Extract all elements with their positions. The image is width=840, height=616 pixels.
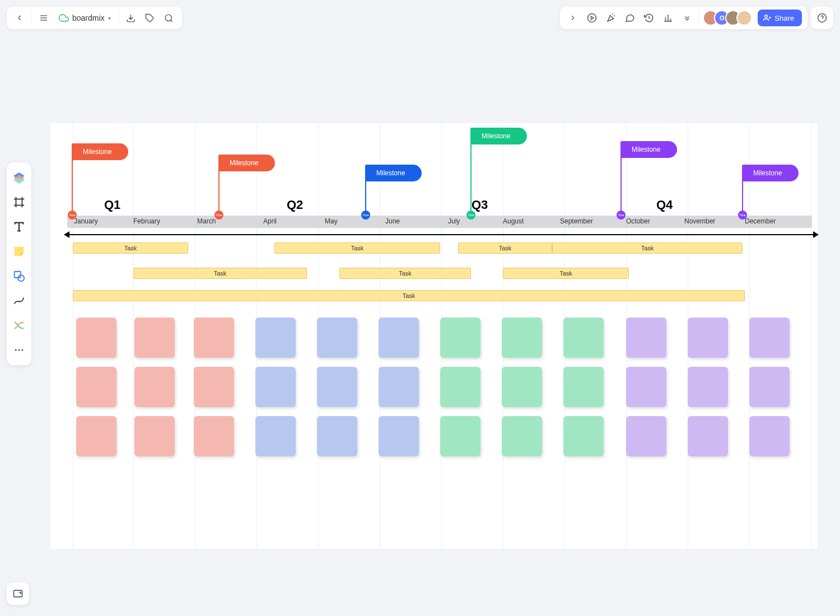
milestone-dot[interactable]: Time — [68, 211, 77, 220]
quarter-label: Q4 — [656, 198, 673, 212]
svg-line-6 — [171, 20, 172, 21]
sticky-note[interactable] — [255, 318, 296, 358]
minimap-toggle[interactable] — [7, 582, 29, 605]
sticky-note[interactable] — [76, 416, 116, 456]
milestone-dot[interactable]: Time — [361, 211, 370, 220]
tool-sticky[interactable] — [9, 240, 29, 263]
sticky-note[interactable] — [379, 367, 419, 407]
sticky-note[interactable] — [626, 318, 666, 358]
sticky-note[interactable] — [76, 367, 116, 407]
sticky-note[interactable] — [255, 416, 296, 456]
canvas-board[interactable]: JanuaryFebruaryMarchAprilMayJuneJulyAugu… — [50, 123, 818, 549]
share-button[interactable]: Share — [758, 10, 802, 26]
svg-line-9 — [613, 14, 614, 15]
tool-shape[interactable] — [9, 264, 29, 288]
connector-icon — [13, 319, 25, 332]
collaborator-avatars[interactable]: O — [703, 10, 752, 26]
sticky-note[interactable] — [317, 416, 357, 456]
sticky-note[interactable] — [379, 318, 419, 358]
sticky-note[interactable] — [440, 367, 480, 407]
milestone-flag[interactable]: Milestone — [218, 155, 275, 171]
expand-button[interactable] — [563, 8, 582, 27]
month-label: October — [626, 217, 650, 225]
milestone-dot[interactable]: Time — [214, 211, 223, 220]
milestone-flag[interactable]: Milestone — [470, 128, 527, 144]
help-button[interactable] — [811, 7, 833, 29]
sticky-note[interactable] — [317, 367, 357, 407]
menu-button[interactable] — [34, 8, 53, 27]
sticky-note[interactable] — [502, 367, 542, 407]
sticky-note[interactable] — [502, 416, 542, 456]
tool-templates[interactable] — [9, 166, 29, 189]
sticky-note[interactable] — [626, 416, 666, 456]
tool-connector[interactable] — [9, 314, 29, 337]
dots-icon — [13, 344, 25, 356]
sticky-note[interactable] — [379, 416, 419, 456]
sticky-note[interactable] — [688, 367, 728, 407]
avatar[interactable] — [736, 10, 752, 26]
file-name[interactable]: boardmix ▾ — [53, 13, 116, 23]
sticky-note[interactable] — [440, 416, 480, 456]
task-bar[interactable]: Task — [133, 268, 307, 279]
history-button[interactable] — [640, 8, 659, 27]
sticky-note[interactable] — [194, 318, 234, 358]
sticky-note[interactable] — [749, 318, 790, 358]
sticky-note[interactable] — [255, 367, 296, 407]
chevron-left-icon — [15, 13, 24, 22]
milestone-line — [742, 180, 743, 215]
quarter-label: Q2 — [287, 198, 303, 212]
timeline-line — [67, 234, 815, 235]
milestone-dot[interactable]: Time — [738, 211, 747, 220]
sticky-note[interactable] — [194, 367, 234, 407]
tool-text[interactable] — [9, 215, 29, 239]
quarter-label: Q3 — [472, 198, 488, 212]
search-button[interactable] — [160, 8, 179, 27]
separator — [699, 11, 699, 25]
tool-pen[interactable] — [9, 289, 29, 312]
task-bar[interactable]: Task — [552, 242, 743, 254]
task-bar[interactable]: Task — [73, 290, 745, 301]
tool-more[interactable] — [9, 338, 29, 362]
task-bar[interactable]: Task — [274, 242, 440, 254]
task-bar[interactable]: Task — [339, 268, 471, 279]
sticky-note[interactable] — [502, 318, 542, 358]
sticky-note[interactable] — [688, 318, 728, 358]
milestone-flag[interactable]: Milestone — [72, 143, 128, 160]
task-bar[interactable]: Task — [458, 242, 552, 254]
task-bar[interactable]: Task — [503, 268, 629, 279]
milestone-flag[interactable]: Milestone — [742, 165, 799, 181]
sticky-note[interactable] — [688, 416, 728, 456]
tool-frame[interactable] — [9, 190, 29, 214]
sticky-note[interactable] — [76, 318, 116, 358]
sticky-note[interactable] — [134, 318, 175, 358]
sticky-note[interactable] — [563, 367, 604, 407]
sticky-note[interactable] — [194, 416, 234, 456]
present-button[interactable] — [582, 8, 601, 27]
sticky-note[interactable] — [134, 416, 175, 456]
chart-button[interactable] — [659, 8, 678, 27]
sticky-note[interactable] — [317, 318, 357, 358]
milestone-dot[interactable]: Time — [617, 211, 626, 220]
arrow-left-icon — [64, 231, 69, 238]
month-label: November — [684, 217, 715, 225]
tag-button[interactable] — [141, 8, 160, 27]
top-toolbar-left: boardmix ▾ — [7, 7, 182, 29]
milestone-flag[interactable]: Milestone — [365, 165, 422, 181]
download-button[interactable] — [122, 8, 141, 27]
more-button[interactable] — [678, 8, 697, 27]
sticky-note[interactable] — [563, 318, 604, 358]
sticky-note[interactable] — [440, 318, 480, 358]
back-button[interactable] — [10, 8, 29, 27]
milestone-dot[interactable]: Time — [466, 211, 475, 220]
svg-point-31 — [15, 349, 17, 351]
sticky-note[interactable] — [563, 416, 604, 456]
sticky-note[interactable] — [626, 367, 666, 407]
celebrate-button[interactable] — [601, 8, 620, 27]
comment-button[interactable] — [620, 8, 640, 27]
milestone-line — [365, 180, 366, 215]
sticky-note[interactable] — [749, 367, 790, 407]
task-bar[interactable]: Task — [73, 242, 188, 254]
sticky-note[interactable] — [749, 416, 790, 456]
milestone-flag[interactable]: Milestone — [620, 141, 677, 158]
sticky-note[interactable] — [134, 367, 175, 407]
